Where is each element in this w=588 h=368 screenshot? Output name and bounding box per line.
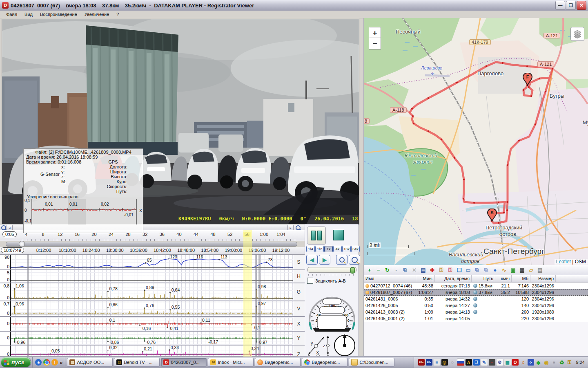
prev-file-button[interactable]: ◀ <box>306 255 318 265</box>
loop-ab-checkbox[interactable] <box>307 278 313 284</box>
seek-slider-handle[interactable] <box>19 241 25 247</box>
column-км/ч[interactable]: км/ч <box>495 275 512 282</box>
sphere-icon[interactable]: ● <box>551 359 557 366</box>
copy-icon[interactable]: ⧉ <box>401 267 410 274</box>
minimize-button[interactable]: — <box>555 1 565 10</box>
column-Мб[interactable]: Мб <box>512 275 530 282</box>
volume-handle[interactable] <box>350 267 355 274</box>
task-chrome[interactable]: Видеорегис... <box>302 358 347 367</box>
sensor-track-S[interactable]: 90 0 6512311611373 S <box>0 254 305 269</box>
table-row[interactable]: 04270712_0074 (46) 45:38 сегодня 07:13 1… <box>364 283 588 289</box>
badge-icon[interactable]: ◉ <box>543 359 550 366</box>
map-layers-button[interactable] <box>570 27 584 41</box>
speed-16x-button[interactable]: 16x <box>342 246 351 252</box>
lang-ru-icon[interactable] <box>457 359 464 366</box>
map[interactable]: + − ПесочныйЛевашово✈ПарголовоБугрыМуЮнт… <box>363 18 588 265</box>
video-export-icon[interactable]: ▦ <box>518 267 526 274</box>
map-zoom-out-button[interactable]: − <box>369 38 381 49</box>
menu-item[interactable]: ? <box>113 11 122 17</box>
task-explorer[interactable]: C:\Documen... <box>349 358 394 367</box>
menu-item[interactable]: Файл <box>2 11 21 17</box>
column-Путь[interactable]: Путь <box>472 275 495 282</box>
chart-zoom-out-button[interactable] <box>336 255 347 265</box>
table-header[interactable]: ИмяМин.Дата, времяПутькм/чМбРазмер <box>364 275 588 283</box>
route-marker-S[interactable]: S <box>487 209 497 223</box>
google-earth-icon[interactable]: ● <box>491 267 499 274</box>
sensor-track-Y[interactable]: 0 -0,96-0,86-0,76-0,17-0,97 Y <box>0 331 305 345</box>
save-icon[interactable]: ▤ <box>419 267 428 274</box>
antivirus-icon[interactable]: ! <box>51 359 58 366</box>
task-asdou[interactable]: ▤АСДОУ ОО... <box>67 358 113 367</box>
table-row[interactable]: 04261807_0007 (67) 1:06:27 вчера 18:08 3… <box>364 289 588 296</box>
delete-icon[interactable]: ✕ <box>410 267 419 274</box>
speed-1/4-button[interactable]: 1/4 <box>306 246 315 252</box>
wrench-icon[interactable]: ⚙ <box>497 359 503 366</box>
menu-item[interactable]: Вид <box>21 11 36 17</box>
report-icon[interactable]: ▤ <box>536 267 544 274</box>
copy-all-icon[interactable]: ⧉ <box>482 267 490 274</box>
pencil-icon[interactable]: ✎ <box>481 359 488 366</box>
quick-launch-more[interactable]: » <box>60 359 62 366</box>
key-remove-icon[interactable]: ⚿ <box>446 267 454 274</box>
route-marker-F[interactable]: F <box>523 73 532 88</box>
key-icon[interactable]: ⚿ <box>437 267 445 274</box>
letter-a-icon[interactable]: A <box>466 359 472 366</box>
column-Мин.[interactable]: Мин. <box>416 275 435 282</box>
task-behold-tv[interactable]: ◎Behold TV - ... <box>114 358 160 367</box>
speed-1/2-button[interactable]: 1/2 <box>315 246 324 252</box>
close-button[interactable]: ✕ <box>577 1 586 10</box>
behold-icon[interactable]: ◎ <box>441 359 448 366</box>
column-Размер[interactable]: Размер <box>530 275 556 282</box>
menu-item[interactable]: Воспроизведение <box>36 11 81 17</box>
speed-1x-button[interactable]: 1x <box>324 246 333 252</box>
chart-zoom-in-button[interactable] <box>349 255 360 265</box>
opera-icon[interactable]: O <box>512 359 519 366</box>
camera-icon[interactable]: ▪ <box>489 359 495 366</box>
column-Дата, время[interactable]: Дата, время <box>435 275 472 282</box>
speed-4x-button[interactable]: 4x <box>333 246 342 252</box>
start-button[interactable]: пуск <box>1 357 31 367</box>
display-icon[interactable]: ▦ <box>504 359 511 366</box>
messenger-icon[interactable]: e <box>35 359 42 366</box>
chart-export-icon[interactable]: ∿ <box>500 267 508 274</box>
remove-icon[interactable]: − <box>374 267 383 274</box>
copy-frames-icon[interactable]: ⧉ <box>473 267 481 274</box>
restore-button[interactable]: ❐ <box>566 1 576 10</box>
tasklist-icon[interactable]: ≡ <box>434 359 440 366</box>
new-file-icon[interactable]: ❏ <box>455 267 463 274</box>
select-region-icon[interactable]: ▭ <box>464 267 472 274</box>
volume-slider[interactable] <box>307 267 356 273</box>
speaker-icon[interactable]: ♫ <box>520 359 526 366</box>
image-export-icon[interactable]: ▣ <box>509 267 517 274</box>
add-icon[interactable]: + <box>365 267 374 274</box>
folder-icon[interactable]: ▱ <box>527 267 535 274</box>
sensor-charts[interactable]: 90 0 6512311611373 S 5 0 H 0,8 0 1,060,7… <box>0 254 305 357</box>
refresh-icon[interactable]: ↻ <box>383 267 392 274</box>
stop-button[interactable] <box>330 228 347 242</box>
day-time-ruler[interactable]: 18:07:498:12:0018:18:0018:24:0018:30:001… <box>0 247 305 255</box>
speed-64x-button[interactable]: 64x <box>351 246 360 252</box>
seek-slider-track[interactable] <box>6 242 297 247</box>
ffu-icon[interactable]: FFu <box>418 359 425 366</box>
task-datakam-player[interactable]: D04261807_0... <box>161 358 207 367</box>
table-row[interactable]: 04261413_0003 (2) 1:09 вчера 14:13 260 1… <box>364 309 588 315</box>
chrome-icon[interactable] <box>43 359 50 366</box>
table-row[interactable]: 04261426_0005 0:50 вчера 14:27 140 2304x… <box>364 302 588 309</box>
table-row[interactable]: 04261431_0006 0:35 вчера 14:32 120 2304x… <box>364 296 588 302</box>
diamond-icon[interactable]: ◆ <box>535 359 542 366</box>
recycle-icon[interactable]: ♻ <box>559 359 565 366</box>
column-Имя[interactable]: Имя <box>364 275 416 282</box>
key-icon[interactable]: ⚿ <box>566 359 573 366</box>
sensor-track-G[interactable]: 0,8 0 1,060,780,890,640,98 G <box>0 283 305 301</box>
more-icon[interactable]: · <box>392 267 401 274</box>
pause-button[interactable] <box>307 227 326 245</box>
window-icon[interactable]: ❐ <box>473 359 480 366</box>
export-media-icon[interactable]: ✚ <box>428 267 437 274</box>
book-icon[interactable]: ⁘ <box>528 359 534 366</box>
table-row[interactable]: 04261405_0001 (2) 1:01 вчера 14:05 220 2… <box>364 315 588 322</box>
map-attribution[interactable]: Leaflet | OSM <box>555 259 588 265</box>
map-zoom-in-button[interactable]: + <box>369 27 381 39</box>
menu-item[interactable]: Увеличение <box>81 11 113 17</box>
sensor-track-X[interactable]: 0 0,1-0,16-0,410,11-0,1 X <box>0 316 305 331</box>
ffa-icon[interactable]: FFa <box>426 359 432 366</box>
